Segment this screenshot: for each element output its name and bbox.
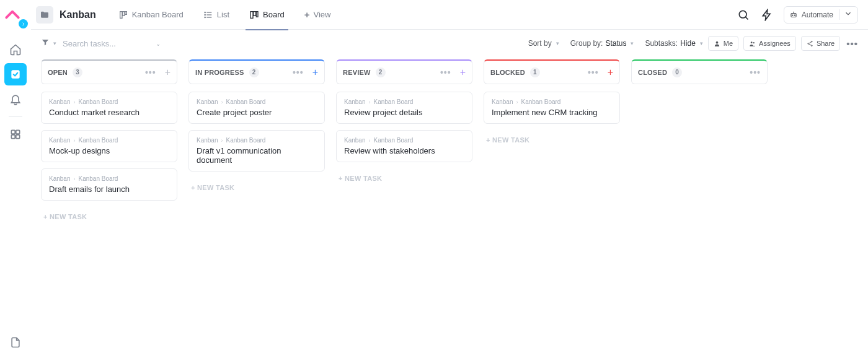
svg-point-13 bbox=[205, 17, 205, 17]
new-task-button[interactable]: + NEW TASK bbox=[41, 207, 177, 223]
breadcrumb: Kanban›Kanban Board bbox=[492, 98, 612, 105]
tab-label: List bbox=[217, 10, 229, 19]
svg-point-21 bbox=[794, 15, 795, 15]
task-title: Review project details bbox=[344, 108, 464, 117]
column-count: 1 bbox=[530, 67, 540, 77]
svg-point-28 bbox=[811, 45, 812, 46]
filter-dropdown[interactable]: ▾ bbox=[53, 40, 56, 46]
breadcrumb: Kanban›Kanban Board bbox=[197, 98, 317, 105]
column-menu-button[interactable]: ••• bbox=[293, 67, 304, 77]
task-card[interactable]: Kanban›Kanban Board Review project detai… bbox=[336, 92, 472, 124]
column-menu-button[interactable]: ••• bbox=[750, 67, 761, 77]
plus-icon: + bbox=[304, 9, 310, 20]
breadcrumb: Kanban›Kanban Board bbox=[344, 137, 464, 144]
task-title: Draft emails for launch bbox=[49, 185, 169, 194]
column-header-blocked[interactable]: BLOCKED 1 ••• + bbox=[484, 59, 620, 84]
column-title: REVIEW bbox=[343, 69, 371, 76]
apps-nav[interactable] bbox=[4, 123, 27, 146]
column-menu-button[interactable]: ••• bbox=[145, 67, 156, 77]
task-title: Conduct market research bbox=[49, 108, 169, 117]
breadcrumb: Kanban›Kanban Board bbox=[49, 137, 169, 144]
svg-point-23 bbox=[715, 41, 718, 43]
automate-button[interactable]: Automate bbox=[784, 6, 858, 24]
task-card[interactable]: Kanban›Kanban Board Implement new CRM tr… bbox=[484, 92, 620, 124]
docs-nav[interactable] bbox=[4, 331, 27, 354]
filter-button[interactable] bbox=[41, 38, 50, 49]
tab-board[interactable]: Board bbox=[241, 0, 293, 30]
task-title: Draft v1 communication document bbox=[197, 146, 317, 165]
column-title: CLOSED bbox=[638, 69, 667, 76]
page-title[interactable]: Kanban bbox=[60, 9, 96, 20]
column-header-open[interactable]: OPEN 3 ••• + bbox=[41, 59, 177, 84]
sort-by-dropdown[interactable]: Sort by ▾ bbox=[528, 39, 559, 48]
add-task-button[interactable]: + bbox=[165, 67, 170, 78]
tasks-nav[interactable] bbox=[4, 63, 27, 85]
new-task-button[interactable]: + NEW TASK bbox=[336, 168, 472, 185]
automations-icon-button[interactable] bbox=[759, 7, 775, 23]
breadcrumb: Kanban›Kanban Board bbox=[49, 98, 169, 105]
task-card[interactable]: Kanban›Kanban Board Draft v1 communicati… bbox=[188, 130, 325, 172]
task-card[interactable]: Kanban›Kanban Board Conduct market resea… bbox=[41, 92, 177, 124]
column-blocked: BLOCKED 1 ••• + Kanban›Kanban Board Impl… bbox=[484, 59, 620, 146]
svg-line-30 bbox=[809, 43, 812, 45]
svg-rect-15 bbox=[254, 11, 256, 15]
assignees-button[interactable]: Assignees bbox=[743, 36, 796, 51]
task-title: Implement new CRM tracking bbox=[492, 108, 612, 117]
robot-icon bbox=[789, 11, 798, 19]
app-logo[interactable] bbox=[4, 6, 27, 28]
task-card[interactable]: Kanban›Kanban Board Draft emails for lau… bbox=[41, 168, 177, 201]
share-icon bbox=[807, 40, 813, 47]
svg-point-25 bbox=[753, 41, 755, 43]
kanban-board: OPEN 3 ••• + Kanban›Kanban Board Conduct… bbox=[31, 57, 868, 361]
svg-point-24 bbox=[751, 41, 753, 43]
column-open: OPEN 3 ••• + Kanban›Kanban Board Conduct… bbox=[41, 59, 177, 223]
add-task-button[interactable]: + bbox=[608, 67, 613, 78]
rail-divider bbox=[9, 116, 22, 117]
new-task-button[interactable]: + NEW TASK bbox=[484, 130, 620, 146]
svg-point-17 bbox=[739, 11, 746, 18]
task-card[interactable]: Kanban›Kanban Board Create project poste… bbox=[188, 92, 325, 124]
column-header-closed[interactable]: CLOSED 0 ••• bbox=[631, 59, 768, 84]
search-input[interactable] bbox=[63, 39, 149, 48]
search-button[interactable] bbox=[735, 7, 751, 23]
column-menu-button[interactable]: ••• bbox=[588, 67, 599, 77]
breadcrumb: Kanban›Kanban Board bbox=[49, 175, 169, 182]
column-title: OPEN bbox=[48, 69, 68, 76]
svg-rect-2 bbox=[16, 130, 20, 134]
add-view-button[interactable]: + View bbox=[296, 0, 340, 30]
column-count: 3 bbox=[73, 67, 82, 77]
column-count: 2 bbox=[249, 67, 259, 77]
more-options-button[interactable]: ••• bbox=[846, 38, 858, 49]
share-button[interactable]: Share bbox=[801, 36, 840, 51]
chevron-down-icon[interactable] bbox=[839, 9, 852, 20]
expand-sidebar-icon[interactable] bbox=[19, 19, 28, 28]
new-task-button[interactable]: + NEW TASK bbox=[188, 178, 325, 194]
tab-kanban-board[interactable]: Kanban Board bbox=[110, 0, 192, 30]
home-nav[interactable] bbox=[4, 38, 27, 61]
group-by-dropdown[interactable]: Group by: Status ▾ bbox=[570, 39, 634, 48]
subtasks-dropdown[interactable]: Subtasks: Hide ▾ bbox=[645, 39, 702, 48]
add-task-button[interactable]: + bbox=[460, 67, 466, 78]
notifications-nav[interactable] bbox=[4, 88, 27, 110]
column-header-review[interactable]: REVIEW 2 ••• + bbox=[336, 59, 472, 84]
folder-icon[interactable] bbox=[36, 6, 53, 24]
column-header-in-progress[interactable]: IN PROGRESS 2 ••• + bbox=[188, 59, 325, 84]
add-task-button[interactable]: + bbox=[312, 67, 318, 78]
svg-rect-1 bbox=[11, 130, 15, 134]
task-card[interactable]: Kanban›Kanban Board Review with stakehol… bbox=[336, 130, 472, 162]
task-card[interactable]: Kanban›Kanban Board Mock-up designs bbox=[41, 130, 177, 162]
tab-label: Kanban Board bbox=[132, 10, 184, 19]
svg-point-11 bbox=[205, 12, 205, 12]
svg-rect-7 bbox=[125, 11, 126, 14]
task-title: Review with stakeholders bbox=[344, 146, 464, 155]
chevron-down-icon[interactable]: ⌄ bbox=[156, 40, 161, 47]
tab-list[interactable]: List bbox=[195, 0, 238, 30]
column-menu-button[interactable]: ••• bbox=[440, 67, 451, 77]
breadcrumb: Kanban›Kanban Board bbox=[344, 98, 464, 105]
svg-rect-4 bbox=[16, 135, 20, 139]
clickup-logo-icon bbox=[4, 6, 20, 22]
me-button[interactable]: Me bbox=[708, 36, 738, 51]
column-review: REVIEW 2 ••• + Kanban›Kanban Board Revie… bbox=[336, 59, 472, 185]
person-icon bbox=[714, 40, 720, 47]
column-count: 2 bbox=[376, 67, 386, 77]
